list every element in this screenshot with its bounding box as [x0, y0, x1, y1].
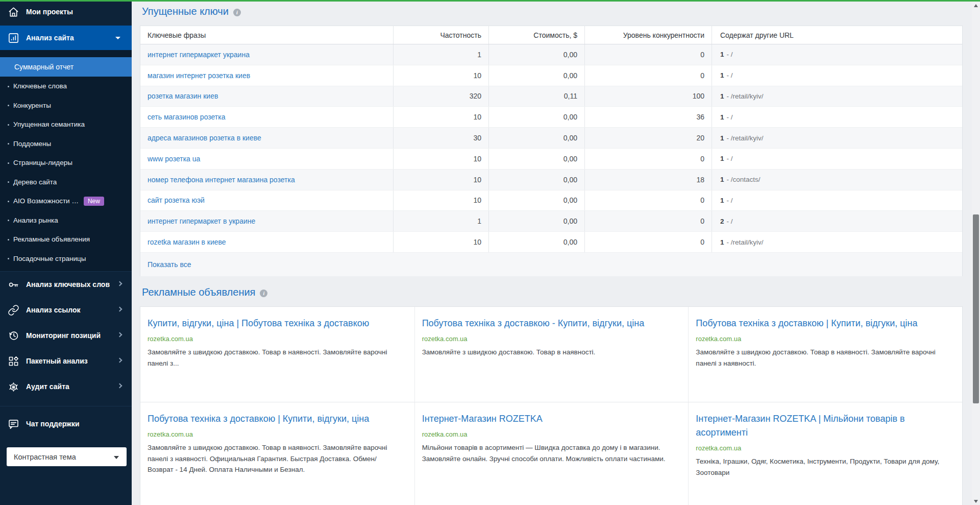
- frequency-value: 320: [393, 86, 488, 107]
- competition-value: 0: [584, 149, 712, 169]
- scroll-up-button[interactable]: [972, 2, 980, 9]
- ad-description: Техніка, Іграшки, Одяг, Косметика, Інстр…: [696, 456, 947, 478]
- ads-grid: Купити, відгуки, ціна | Побутова техніка…: [140, 307, 962, 505]
- sidebar-subitem-summary-report[interactable]: Суммарный отчет: [0, 57, 132, 77]
- theme-select[interactable]: Контрастная тема: [7, 447, 127, 466]
- sidebar-item-history-clock[interactable]: Мониторинг позиций: [0, 323, 132, 348]
- sidebar-item-batch-grid[interactable]: Пакетный анализ: [0, 348, 132, 374]
- keyword-phrase-link[interactable]: магазин интернет розетка киев: [148, 71, 250, 80]
- table-header: Ключевые фразы Частотность Стоимость, $ …: [140, 26, 962, 44]
- keyword-phrase-link[interactable]: розетка магазин киев: [148, 92, 218, 100]
- vertical-scrollbar[interactable]: [972, 2, 980, 505]
- keyword-phrase-link[interactable]: интернет гипермаркет украина: [148, 51, 250, 59]
- sidebar-subitem[interactable]: Страницы-лидеры: [0, 153, 132, 173]
- sidebar-subitem-label: AIO Возможности …: [13, 197, 79, 205]
- cost-value: 0,00: [488, 44, 584, 65]
- sidebar-item-my-projects[interactable]: Мои проекты: [0, 2, 132, 22]
- sidebar-item-label: Пакетный анализ: [26, 357, 88, 365]
- table-row: номер телефона интернет магазина розетка…: [140, 170, 962, 190]
- bullet-dot-icon: [8, 143, 9, 145]
- url-count-value: 1: [720, 51, 724, 58]
- sidebar-subitem[interactable]: Рекламные объявления: [0, 230, 132, 249]
- keyword-phrase-link[interactable]: номер телефона интернет магазина розетка: [148, 176, 295, 184]
- bullet-dot-icon: [8, 201, 9, 202]
- url-path-value: - /retail/kyiv/: [727, 92, 764, 100]
- other-urls-cell: 1- /: [712, 44, 962, 65]
- keyword-phrase-cell: розетка магазин киев: [140, 92, 393, 100]
- sidebar-subitem[interactable]: Анализ рынка: [0, 211, 132, 230]
- frequency-value: 10: [393, 232, 488, 252]
- sidebar-item-link[interactable]: Анализ ссылок: [0, 297, 132, 323]
- bullet-dot-icon: [8, 220, 9, 221]
- sidebar-item-key[interactable]: Анализ ключевых слов: [0, 272, 132, 297]
- table-row: адреса магазинов розетка в киеве300,0020…: [140, 128, 962, 149]
- keyword-phrase-cell: адреса магазинов розетка в киеве: [140, 134, 393, 142]
- ad-description: Замовляйте з швидкою доставкою. Товар в …: [696, 347, 947, 369]
- sidebar-subitem[interactable]: Посадочные страницы: [0, 249, 132, 269]
- sidebar-subitem[interactable]: AIO Возможности …New: [0, 191, 132, 211]
- chevron-right-icon: [117, 307, 122, 312]
- frequency-value: 1: [393, 44, 488, 65]
- frequency-value: 1: [393, 211, 488, 231]
- url-count-value: 1: [720, 238, 724, 246]
- sidebar-subitem[interactable]: Конкуренты: [0, 96, 132, 115]
- sidebar-item-support-chat[interactable]: Чат поддержки: [0, 413, 132, 435]
- keyword-phrase-link[interactable]: www розетка ua: [148, 155, 200, 163]
- keyword-phrase-cell: rozetka магазин в киеве: [140, 238, 393, 246]
- scroll-down-button[interactable]: [972, 497, 980, 505]
- ad-title: Купити, відгуки, ціна | Побутова техніка…: [148, 317, 399, 330]
- sidebar-subitem-label: Конкуренты: [13, 102, 51, 109]
- key-icon: [8, 279, 19, 291]
- show-all-link[interactable]: Показать все: [148, 260, 191, 269]
- ad-url: rozetka.com.ua: [696, 444, 947, 452]
- sidebar-submenu: Суммарный отчет Ключевые словаКонкуренты…: [0, 50, 132, 271]
- top-accent-bar: [0, 0, 980, 2]
- frequency-value: 10: [393, 190, 488, 211]
- sidebar-item-label: Аудит сайта: [26, 382, 69, 391]
- frequency-value: 10: [393, 170, 488, 190]
- table-row: rozetka магазин в киеве100,0001- /retail…: [140, 232, 962, 253]
- keyword-phrase-cell: интернет гипермаркет в украине: [140, 217, 393, 225]
- table-row: интернет гипермаркет в украине10,0002- /: [140, 211, 962, 232]
- other-urls-cell: 1- /retail/kyiv/: [712, 232, 962, 252]
- chevron-right-icon: [117, 281, 122, 286]
- competition-value: 20: [584, 128, 712, 148]
- keyword-phrase-link[interactable]: rozetka магазин в киеве: [148, 238, 226, 246]
- sidebar-item-audit-bug[interactable]: Аудит сайта: [0, 374, 132, 399]
- section-title-text: Упущенные ключи: [142, 6, 229, 17]
- scrollbar-thumb[interactable]: [973, 214, 979, 403]
- url-path-value: - /retail/kyiv/: [727, 134, 764, 142]
- sidebar-subitem[interactable]: Дерево сайта: [0, 173, 132, 192]
- keyword-phrase-cell: номер телефона интернет магазина розетка: [140, 176, 393, 184]
- ad-title: Побутова техніка з доставкою | Купити, в…: [696, 317, 947, 330]
- sidebar: Мои проекты Анализ сайта Суммарный отчет…: [0, 2, 132, 505]
- ad-description: Замовляйте з швидкою доставкою. Товар в …: [148, 347, 399, 369]
- info-icon[interactable]: i: [233, 9, 241, 16]
- bullet-dot-icon: [8, 239, 9, 241]
- keyword-phrase-link[interactable]: сеть магазинов розетка: [148, 113, 225, 121]
- sidebar-subitem[interactable]: Упущенная семантика: [0, 115, 132, 134]
- keyword-phrase-link[interactable]: интернет гипермаркет в украине: [148, 217, 255, 225]
- url-count-value: 1: [720, 176, 724, 183]
- competition-value: 0: [584, 65, 712, 86]
- ad-card: Побутова техніка з доставкою - Купити, в…: [414, 307, 689, 402]
- ad-title: Побутова техніка з доставкою | Купити, в…: [148, 412, 399, 426]
- other-urls-cell: 1- /retail/kyiv/: [712, 128, 962, 148]
- info-icon[interactable]: i: [260, 290, 267, 297]
- other-urls-cell: 1- /retail/kyiv/: [712, 86, 962, 107]
- ads-section-title: Рекламные объявления i: [142, 286, 267, 298]
- ad-url: rozetka.com.ua: [696, 335, 947, 343]
- sidebar-subitem[interactable]: Поддомены: [0, 134, 132, 154]
- keyword-phrase-link[interactable]: сайт розетка юэй: [148, 196, 205, 204]
- frequency-value: 10: [393, 149, 488, 169]
- chevron-right-icon: [117, 332, 122, 338]
- table-body: интернет гипермаркет украина10,0001- /ма…: [140, 44, 962, 253]
- keyword-phrase-link[interactable]: адреса магазинов розетка в киеве: [148, 134, 261, 142]
- keyword-phrase-cell: www розетка ua: [140, 155, 393, 163]
- chevron-right-icon: [117, 358, 122, 363]
- sidebar-subitem[interactable]: Ключевые слова: [0, 77, 132, 96]
- sidebar-item-site-analysis[interactable]: Анализ сайта: [0, 26, 132, 50]
- table-row: сайт розетка юэй100,0001- /: [140, 190, 962, 211]
- table-row: интернет гипермаркет украина10,0001- /: [140, 44, 962, 65]
- competition-value: 18: [584, 170, 712, 190]
